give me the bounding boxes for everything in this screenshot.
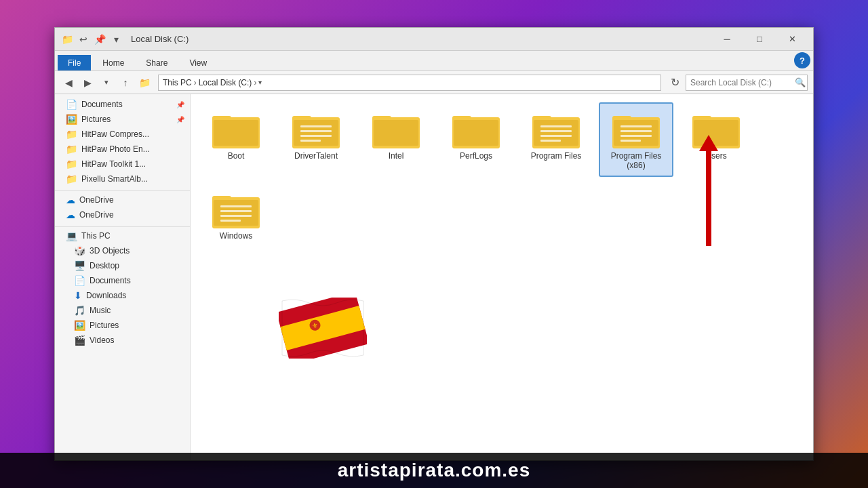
folder-perflogs-label: PerfLogs <box>460 151 492 161</box>
folder-drivertalent-label: DriverTalent <box>294 151 338 161</box>
maximize-button[interactable]: □ <box>744 29 775 49</box>
sidebar-item-hitpaw-compress[interactable]: 📁 HitPaw Compres... <box>55 127 190 142</box>
svg-rect-5 <box>294 120 338 146</box>
folder-icon: 📁 <box>66 129 77 140</box>
svg-rect-15 <box>454 120 498 146</box>
sidebar-item-label: OneDrive <box>79 210 184 220</box>
svg-rect-21 <box>540 135 572 137</box>
tab-file[interactable]: File <box>58 55 91 70</box>
search-icon[interactable]: 🔍 <box>795 77 806 87</box>
folder-perflogs[interactable]: PerfLogs <box>439 102 513 177</box>
explorer-window: 📁 ↩ 📌 ▾ Local Disk (C:) ─ □ ✕ File Home … <box>54 27 814 461</box>
folder-icon: 📁 <box>66 174 77 184</box>
3d-icon: 🎲 <box>74 245 85 256</box>
sidebar-item-onedrive-business[interactable]: ☁ OneDrive <box>55 207 190 222</box>
sidebar-item-label: Documents <box>81 100 172 109</box>
back-button[interactable]: ◀ <box>60 75 77 91</box>
folder-boot[interactable]: Boot <box>199 102 273 177</box>
svg-rect-6 <box>300 125 332 127</box>
folder-windows-label: Windows <box>220 231 253 241</box>
close-button[interactable]: ✕ <box>776 29 808 49</box>
svg-rect-39 <box>220 220 241 222</box>
window-controls: ─ □ ✕ <box>711 29 808 49</box>
refresh-button[interactable]: ↻ <box>667 75 683 91</box>
history-button[interactable]: ▾ <box>98 75 115 91</box>
sidebar-item-hitpaw-photo[interactable]: 📁 HitPaw Photo En... <box>55 142 190 157</box>
titlebar-quick-access: 📁 ↩ 📌 ▾ <box>60 33 123 46</box>
addressbar: ◀ ▶ ▾ ↑ 📁 This PC › Local Disk (C:) › ▾ … <box>55 71 813 94</box>
sidebar-item-downloads[interactable]: ⬇ Downloads <box>55 288 190 303</box>
pc-icon: 💻 <box>66 230 77 241</box>
sidebar-item-label: Pixellu SmartAlb... <box>81 174 184 184</box>
arrow-head <box>699 135 718 151</box>
svg-rect-19 <box>540 125 572 127</box>
forward-button[interactable]: ▶ <box>79 75 96 91</box>
sidebar-item-this-pc[interactable]: 💻 This PC <box>55 228 190 243</box>
folder-windows[interactable]: Windows <box>199 182 273 247</box>
sidebar-item-documents[interactable]: 📄 Documents 📌 <box>55 97 190 112</box>
up-button[interactable]: ↑ <box>117 75 134 91</box>
sidebar-item-3d-objects[interactable]: 🎲 3D Objects <box>55 243 190 258</box>
breadcrumb-this-pc[interactable]: This PC <box>163 78 192 87</box>
sidebar-item-pictures[interactable]: 🖼️ Pictures 📌 <box>55 112 190 127</box>
sidebar-item-label: Downloads <box>86 291 184 300</box>
tab-home[interactable]: Home <box>92 55 134 70</box>
folder-windows-icon <box>212 189 260 228</box>
chevron-down-icon[interactable]: ▾ <box>109 33 123 46</box>
folder-drivertalent-icon <box>292 109 340 148</box>
sidebar-item-pixellu[interactable]: 📁 Pixellu SmartAlb... <box>55 171 190 186</box>
arrow-shaft <box>706 151 711 246</box>
downloads-icon: ⬇ <box>74 290 82 301</box>
search-input[interactable] <box>690 78 792 87</box>
undo-icon[interactable]: ↩ <box>77 33 90 46</box>
svg-rect-18 <box>534 120 578 146</box>
folder-perflogs-icon <box>452 109 500 148</box>
sidebar-item-label: HitPaw Compres... <box>81 129 184 139</box>
minimize-button[interactable]: ─ <box>711 29 743 49</box>
folder-program-files-x86[interactable]: Program Files (x86) <box>599 102 673 177</box>
sidebar-item-label: This PC <box>81 231 184 241</box>
sidebar-item-documents-pc[interactable]: 📄 Documents <box>55 273 190 288</box>
sidebar-item-hitpaw-toolkit[interactable]: 📁 HitPaw Toolkit 1... <box>55 157 190 171</box>
spain-flag-container: ⚜ <box>279 298 367 361</box>
folder-intel[interactable]: Intel <box>359 102 433 177</box>
folder-program-files[interactable]: Program Files <box>519 102 593 177</box>
sidebar-item-music[interactable]: 🎵 Music <box>55 303 190 318</box>
svg-rect-26 <box>620 125 652 127</box>
sidebar-item-label: Documents <box>90 276 184 285</box>
sidebar-item-desktop[interactable]: 🖥️ Desktop <box>55 258 190 273</box>
folder-icon: 📁 <box>66 159 77 169</box>
folder-program-files-x86-label: Program Files (x86) <box>606 151 667 170</box>
svg-rect-25 <box>614 120 658 146</box>
svg-rect-12 <box>374 120 418 146</box>
window-title: Local Disk (C:) <box>131 34 711 44</box>
documents-icon: 📄 <box>66 99 77 110</box>
folder-intel-icon <box>372 109 420 148</box>
tab-share[interactable]: Share <box>136 55 178 70</box>
folder-program-files-icon <box>532 109 580 148</box>
folder-drivertalent[interactable]: DriverTalent <box>279 102 353 177</box>
sidebar-item-label: OneDrive <box>79 195 184 205</box>
sidebar-item-pictures-pc[interactable]: 🖼️ Pictures <box>55 318 190 333</box>
tab-view[interactable]: View <box>179 55 217 70</box>
svg-rect-27 <box>620 130 652 132</box>
breadcrumb-arrow[interactable]: ▾ <box>258 79 262 86</box>
svg-rect-38 <box>220 215 252 217</box>
folder-intel-label: Intel <box>389 151 404 161</box>
sidebar-item-label: 3D Objects <box>90 246 184 256</box>
documents-icon: 📄 <box>74 275 85 286</box>
pin-icon[interactable]: 📌 <box>93 33 106 46</box>
sidebar-item-label: Videos <box>90 336 184 345</box>
address-path[interactable]: This PC › Local Disk (C:) › ▾ <box>158 75 661 91</box>
breadcrumb-local-disk[interactable]: Local Disk (C:) <box>199 78 252 87</box>
svg-rect-7 <box>300 130 332 132</box>
sidebar-item-label: Pictures <box>81 115 172 124</box>
spain-flag: ⚜ <box>279 298 367 359</box>
pin-icon: 📌 <box>176 101 184 108</box>
svg-rect-36 <box>220 205 252 207</box>
sidebar-item-videos[interactable]: 🎬 Videos <box>55 333 190 348</box>
help-button[interactable]: ? <box>794 52 810 68</box>
sidebar-item-onedrive-personal[interactable]: ☁ OneDrive <box>55 192 190 207</box>
svg-rect-2 <box>214 120 258 146</box>
svg-rect-22 <box>540 140 561 142</box>
